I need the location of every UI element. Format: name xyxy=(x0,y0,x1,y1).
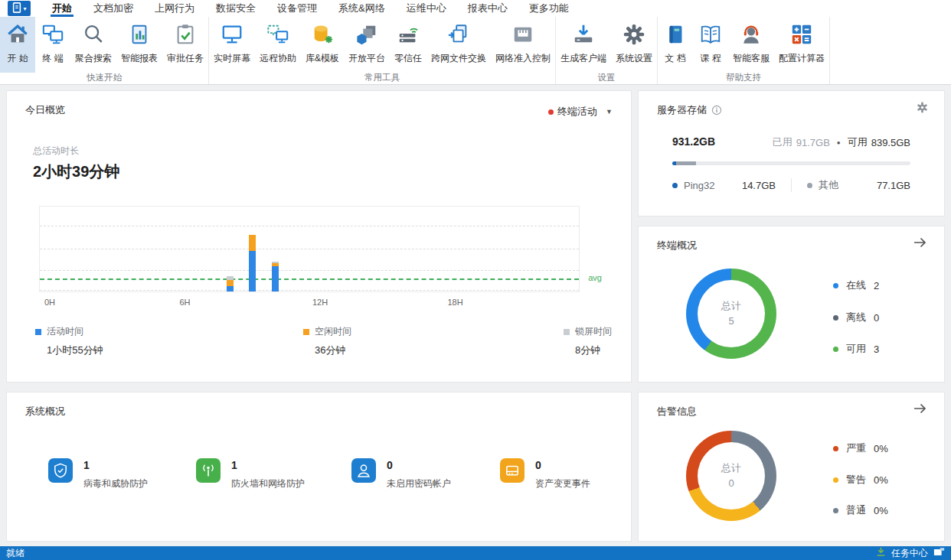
system-overview-panel: 系统概况 1病毒和威胁防护1防火墙和网络防护0未启用密码帐户0资产变更事件 xyxy=(6,392,632,542)
ribbon-item-course[interactable]: 课 程 xyxy=(693,17,728,73)
storage-settings-gear-icon[interactable] xyxy=(916,101,929,117)
legend-value: 0% xyxy=(874,505,888,516)
ribbon-item-label: 远程协助 xyxy=(260,52,296,65)
stat-label: 防火墙和网络防护 xyxy=(231,477,305,490)
terminal-overview-panel: 终端概况 总计 5 在线2离线0可用3 xyxy=(638,226,945,383)
storage-item-value: 14.7GB xyxy=(742,180,776,191)
used-label: 已用 xyxy=(773,135,792,149)
info-icon xyxy=(711,106,722,118)
document-icon xyxy=(663,22,688,47)
terminal-donut-center: 总计 5 xyxy=(686,299,776,327)
activity-chart: avg 0H6H12H18H xyxy=(39,206,580,292)
storage-item-label: 其他 xyxy=(819,178,838,192)
ribbon-item-library-template[interactable]: 库&模板 xyxy=(301,17,344,73)
ribbon-item-generate-client[interactable]: 生成客户端 xyxy=(556,17,611,73)
tab-web-behavior[interactable]: 上网行为 xyxy=(144,0,205,17)
stat-label: 病毒和威胁防护 xyxy=(83,477,148,490)
ribbon-tab-bar: ▾ 开始文档加密上网行为数据安全设备管理系统&网络运维中心报表中心更多功能 xyxy=(0,0,951,17)
ribbon-group-label: 常用工具 xyxy=(209,73,555,84)
ribbon-item-zero-trust[interactable]: 零信任 xyxy=(390,17,426,73)
legend-dot xyxy=(833,315,838,321)
legend-dot xyxy=(833,347,838,352)
tab-data-security[interactable]: 数据安全 xyxy=(205,0,266,17)
remote-assist-icon xyxy=(266,22,290,47)
legend-swatch xyxy=(303,329,309,335)
storage-item: 其他77.1GB xyxy=(791,178,926,192)
smart-support-icon xyxy=(739,22,763,47)
chevron-down-icon: ▾ xyxy=(23,5,26,12)
terminal-activity-filter[interactable]: 终端活动 ▼ xyxy=(548,105,613,119)
legend-item: 离线0 xyxy=(833,311,879,324)
ribbon-item-label: 终 端 xyxy=(42,52,63,65)
ribbon-item-open-platform[interactable]: 开放平台 xyxy=(344,17,390,73)
ribbon-item-smart-report[interactable]: 智能报表 xyxy=(116,17,162,73)
x-axis-tick: 0H xyxy=(44,298,55,307)
legend-dot xyxy=(807,183,812,188)
ribbon-item-remote-assist[interactable]: 远程协助 xyxy=(255,17,301,73)
ribbon-item-file-exchange[interactable]: 跨网文件交换 xyxy=(426,17,491,73)
stat-label: 资产变更事件 xyxy=(535,477,590,490)
generate-client-icon xyxy=(571,22,596,47)
chart-gridline xyxy=(40,270,579,271)
arrow-right-icon[interactable] xyxy=(913,236,927,252)
tab-system-network[interactable]: 系统&网络 xyxy=(328,0,396,17)
tab-ops-center[interactable]: 运维中心 xyxy=(396,0,457,17)
legend-dot xyxy=(833,477,838,483)
storage-summary: 931.2GB 已用 91.7GB ● 可用 839.5GB xyxy=(672,135,910,149)
legend-item: 空闲时间36分钟 xyxy=(303,325,426,357)
ribbon-item-label: 生成客户端 xyxy=(560,52,606,65)
panel-title: 今日概览 xyxy=(25,103,65,117)
alerts-panel: 告警信息 总计 0 严重0%警告0%普通0% xyxy=(638,392,945,542)
legend-dot xyxy=(833,508,838,513)
legend-value: 0% xyxy=(874,443,888,454)
tab-device-management[interactable]: 设备管理 xyxy=(266,0,328,17)
ribbon-item-home[interactable]: 开 始 xyxy=(0,17,35,73)
ready-status: 就绪 xyxy=(6,547,25,560)
config-calculator-icon xyxy=(789,22,814,47)
open-platform-icon xyxy=(355,22,379,47)
bar-segment xyxy=(227,276,234,280)
file-exchange-icon xyxy=(446,22,471,47)
legend-label: 离线 xyxy=(846,311,866,324)
tab-more-functions[interactable]: 更多功能 xyxy=(518,0,580,17)
asset-device-icon xyxy=(500,458,525,483)
bar-segment xyxy=(272,266,279,291)
shield-check-icon xyxy=(48,458,73,483)
ribbon-item-label: 网络准入控制 xyxy=(495,52,551,65)
ribbon-tabs: 开始文档加密上网行为数据安全设备管理系统&网络运维中心报表中心更多功能 xyxy=(41,0,580,17)
ribbon-item-label: 开 始 xyxy=(7,52,28,65)
live-screen-icon xyxy=(220,22,244,47)
tab-doc-encryption[interactable]: 文档加密 xyxy=(83,0,144,17)
ribbon-item-system-settings[interactable]: 系统设置 xyxy=(611,17,657,73)
arrow-right-icon[interactable] xyxy=(913,402,927,418)
legend-item: 警告0% xyxy=(833,473,888,487)
zero-trust-icon xyxy=(396,22,420,47)
free-label: 可用 xyxy=(848,135,868,149)
ribbon-item-network-access[interactable]: 网络准入控制 xyxy=(491,17,555,73)
task-center-button[interactable]: 任务中心 xyxy=(876,547,945,560)
legend-dot xyxy=(833,446,838,451)
legend-dot xyxy=(833,283,838,288)
ribbon-item-terminals[interactable]: 终 端 xyxy=(35,17,70,73)
chart-gridline xyxy=(40,290,579,291)
ribbon-item-label: 审批任务 xyxy=(167,52,204,65)
ribbon-item-config-calculator[interactable]: 配置计算器 xyxy=(774,17,829,73)
ribbon-item-document[interactable]: 文 档 xyxy=(658,17,693,73)
ribbon-item-approval-tasks[interactable]: 审批任务 xyxy=(162,17,208,73)
tab-start[interactable]: 开始 xyxy=(41,0,83,17)
legend-label: 警告 xyxy=(846,473,866,487)
window-icon xyxy=(933,547,945,559)
tab-report-center[interactable]: 报表中心 xyxy=(457,0,518,17)
legend-value: 1小时55分钟 xyxy=(47,343,158,357)
app-menu-button[interactable]: ▾ xyxy=(8,1,31,16)
bar-segment xyxy=(249,251,256,291)
smart-report-icon xyxy=(127,22,152,47)
activity-legend: 活动时间1小时55分钟空闲时间36分钟锁屏时间8分钟 xyxy=(7,325,631,363)
ribbon-item-label: 库&模板 xyxy=(306,52,339,65)
ribbon-item-search[interactable]: 聚合搜索 xyxy=(70,17,116,73)
panel-title: 告警信息 xyxy=(657,405,697,418)
ribbon-item-smart-support[interactable]: 智能客服 xyxy=(728,17,774,73)
total-activity-value: 2小时39分钟 xyxy=(33,161,119,182)
legend-value: 0% xyxy=(874,474,888,486)
ribbon-item-live-screen[interactable]: 实时屏幕 xyxy=(209,17,255,73)
